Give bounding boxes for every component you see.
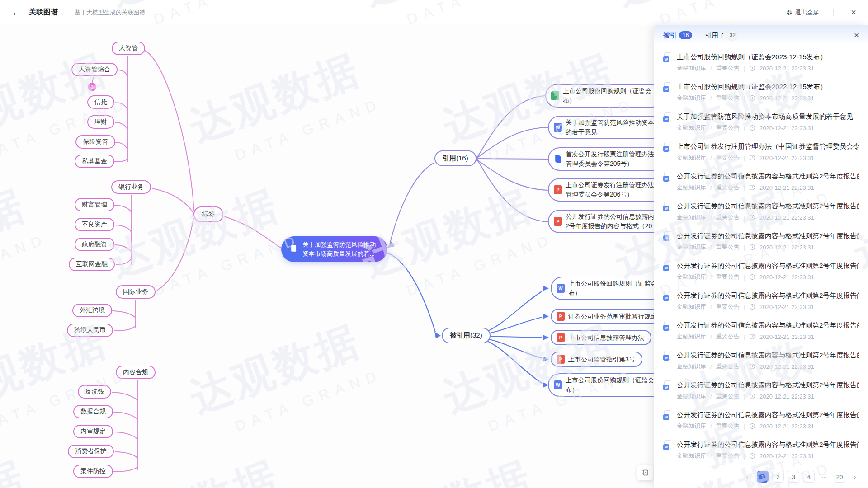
citing-doc-node[interactable]: 证券公司业务范围审批暂行规定 — [551, 309, 669, 324]
timestamp: 2020-12-21 22:23:31 — [760, 244, 814, 251]
document-list-item[interactable]: W 公开发行证券的公司信息披露内容与格式准则第2号年度报告的内... 金融知识库… — [654, 286, 868, 316]
knowledge-base-label: 金融知识库 — [677, 422, 706, 430]
cited-doc-node[interactable]: 上市公司证券发行注册管理办法管理委员会令第206号） — [548, 178, 666, 202]
meta-separator: / — [710, 125, 712, 131]
panel-header: 被引 16 引用了 32 × — [654, 25, 868, 46]
meta-separator: | — [744, 274, 745, 281]
document-list-item[interactable]: W 上市公司股份回购规则（证监会2023-12-15发布） 金融知识库 / 重要… — [654, 47, 868, 77]
prev-page-button[interactable]: ‹ — [741, 471, 753, 483]
tag-node[interactable]: 政府融资 — [75, 238, 114, 251]
cited-doc-node[interactable]: 公开发行证券的公司信息披露内2号年度报告的内容与格式（20 — [548, 210, 666, 233]
tag-node[interactable]: 跨境人民币 — [67, 324, 113, 337]
timestamp: 2020-12-21 22:23:31 — [760, 423, 814, 430]
tag-node[interactable]: 大资管综合 — [71, 63, 118, 76]
timestamp: 2020-12-21 22:23:31 — [760, 184, 814, 191]
document-list-item[interactable]: W 公开发行证券的公司信息披露内容与格式准则第2号年度报告的内... 金融知识库… — [654, 316, 868, 346]
meta-separator: | — [744, 155, 745, 161]
citedby-hub-node[interactable]: 被引用(32) — [442, 328, 491, 343]
meta-separator: / — [710, 423, 712, 430]
timestamp: 2020-12-21 22:23:31 — [760, 363, 814, 370]
cited-doc-node[interactable]: 关于加强监管防范风险推动资本的若干意见 — [548, 116, 666, 139]
tag-node[interactable]: 财富管理 — [75, 198, 114, 211]
tag-label: 重要公告 — [716, 422, 740, 430]
knowledge-base-label: 金融知识库 — [677, 392, 706, 400]
close-icon[interactable]: × — [851, 7, 856, 18]
tag-node[interactable]: 互联网金融 — [69, 258, 115, 271]
cited-doc-node[interactable]: 上市公司股份回购规则（证监会布） — [545, 84, 664, 108]
page-ellipsis[interactable]: ··· — [818, 471, 830, 483]
page-button-4[interactable]: 4 — [803, 471, 815, 483]
knowledge-base-label: 金融知识库 — [677, 333, 706, 341]
document-title: 上市公司股份回购规则（证监会2022-12-15发布） — [677, 82, 859, 91]
word-doc-icon — [557, 284, 565, 293]
clock-icon — [749, 423, 755, 429]
document-list-item[interactable]: W 公开发行证券的公司信息披露内容与格式准则第2号年度报告的内... 金融知识库… — [654, 405, 868, 435]
document-list-item[interactable]: W 公开发行证券的公司信息披露内容与格式准则第2号年度报告的内... 金融知识库… — [654, 375, 868, 405]
tag-node[interactable]: 私募基金 — [75, 155, 114, 168]
page-button-3[interactable]: 3 — [788, 471, 799, 483]
citing-doc-node[interactable]: 上市公司股份回购规则（证监会布） — [548, 373, 666, 397]
tag-node[interactable]: 不良资产 — [75, 218, 114, 231]
pdf-doc-icon — [554, 185, 562, 194]
tag-node[interactable]: 反洗钱 — [78, 385, 111, 399]
document-list-item[interactable]: W 公开发行证券的公司信息披露内容与格式准则第2号年度报告的内... 金融知识库… — [654, 435, 868, 465]
tab-cited-by[interactable]: 被引 16 — [663, 31, 692, 40]
meta-separator: | — [744, 363, 745, 370]
document-list-item[interactable]: W 公开发行证券的公司信息披露内容与格式准则第2号年度报告的内... 金融知识库… — [654, 167, 868, 197]
cited-doc-node[interactable]: 首次公开发行股票注册管理办法管理委员会令第205号） — [548, 147, 666, 171]
doc-title-line: 证券公司业务范围审批暂行规定 — [568, 312, 657, 321]
citing-doc-node[interactable]: 上市公司监管指引第3号 — [551, 352, 642, 367]
doc-title-line: 关于加强监管防范风险推动资本 — [566, 118, 654, 127]
doc-title-line: 2号年度报告的内容与格式（20 — [566, 221, 654, 231]
document-list-item[interactable]: W 关于加强监管防范风险推动资本市场高质量发展的若干意见 金融知识库 / 重要公… — [654, 107, 868, 137]
page-button-2[interactable]: 2 — [772, 471, 784, 483]
count-badge[interactable]: 3 — [88, 83, 96, 91]
tag-node[interactable]: 数据合规 — [73, 405, 113, 418]
tag-node-yin-hang[interactable]: 银行业务 — [111, 180, 151, 194]
tag-node[interactable]: 内审规定 — [73, 425, 113, 438]
doc-title-line: 布） — [563, 96, 651, 105]
tag-node-nei-rong[interactable]: 内容合规 — [116, 366, 156, 379]
tag-node-da-zi-guan[interactable]: 大资管 — [112, 42, 145, 55]
tab-cites[interactable]: 引用了 32 — [705, 30, 737, 40]
citedby-hub-count: (32) — [470, 331, 482, 339]
back-icon[interactable]: ← — [12, 7, 21, 18]
document-list-item[interactable]: W 公开发行证券的公司信息披露内容与格式准则第2号年度报告的内... 金融知识库… — [654, 256, 868, 286]
doc-title-line: 上市公司股份回购规则（证监会 — [563, 86, 651, 96]
tag-node[interactable]: 案件防控 — [73, 465, 113, 478]
page-button-20[interactable]: 20 — [834, 471, 845, 483]
tag-hub-node[interactable]: 标签 — [193, 206, 223, 222]
document-list-item[interactable]: W 公开发行证券的公司信息披露内容与格式准则第2号年度报告的内... 金融知识库… — [654, 226, 868, 256]
meta-separator: / — [710, 363, 712, 370]
meta-separator: | — [744, 393, 745, 400]
tag-node-guo-ji[interactable]: 国际业务 — [116, 285, 156, 299]
tag-node[interactable]: 消费者保护 — [68, 445, 114, 458]
word-doc-icon: W — [663, 82, 672, 92]
document-list-item[interactable]: W 上市公司股份回购规则（证监会2022-12-15发布） 金融知识库 / 重要… — [654, 77, 868, 107]
tag-node[interactable]: 保险资管 — [75, 135, 115, 149]
cites-hub-node[interactable]: 引用(16) — [434, 150, 476, 166]
meta-separator: | — [744, 333, 745, 340]
tag-node[interactable]: 理财 — [87, 115, 114, 129]
document-list-item[interactable]: W 公开发行证券的公司信息披露内容与格式准则第2号年度报告的内... 金融知识库… — [654, 346, 868, 375]
panel-close-icon[interactable]: × — [854, 30, 859, 40]
document-list-item[interactable]: W 上市公司证券发行注册管理办法（中国证券监督管理委员会令第2... 金融知识库… — [654, 137, 868, 167]
meta-separator: | — [744, 453, 745, 460]
exit-fullscreen-button[interactable]: 退出全屏 — [786, 9, 819, 17]
citing-doc-node[interactable]: 上市公司股份回购规则（证监会布） — [551, 277, 669, 300]
tag-node[interactable]: 信托 — [87, 95, 114, 109]
center-document-node[interactable]: 关于加强监管防范风险推动 资本市场高质量发展的若... — [281, 236, 387, 262]
meta-separator: / — [710, 184, 712, 191]
page-button-1[interactable]: 1 — [757, 471, 769, 483]
meta-separator: / — [710, 244, 712, 251]
clock-icon — [749, 274, 755, 280]
next-page-button[interactable]: › — [849, 471, 861, 483]
clock-icon — [749, 155, 755, 161]
doc-title-line: 布） — [568, 288, 657, 298]
tag-node[interactable]: 外汇跨境 — [72, 304, 112, 317]
clock-icon — [749, 453, 755, 459]
minimap-toggle-button[interactable] — [637, 465, 653, 480]
document-list-item[interactable]: W 公开发行证券的公司信息披露内容与格式准则第2号年度报告的内... 金融知识库… — [654, 197, 868, 226]
knowledge-base-label: 金融知识库 — [677, 94, 706, 102]
citing-doc-node[interactable]: 上市公司信息披露管理办法 — [551, 330, 651, 345]
